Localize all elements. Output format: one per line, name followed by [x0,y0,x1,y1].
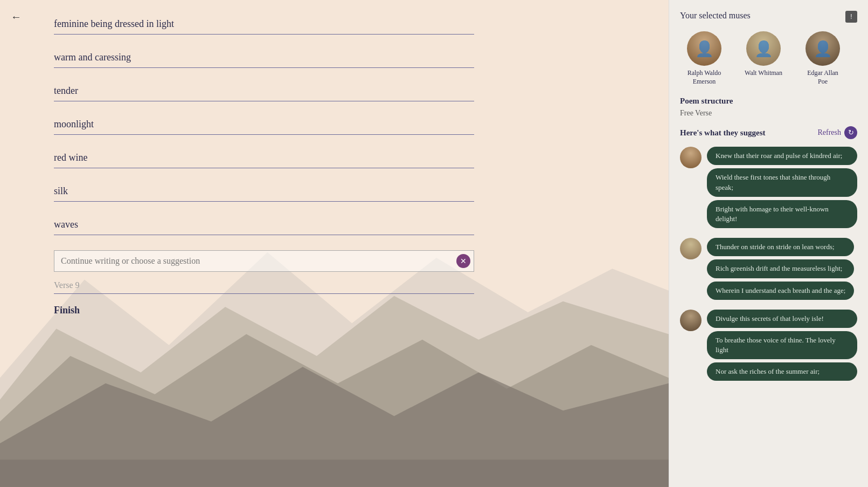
muse-whitman[interactable]: 👤 Walt Whitman [739,31,788,86]
suggestions-header: Here's what they suggest Refresh ↻ [680,126,857,139]
finish-button[interactable]: Finish [54,305,80,316]
suggestion-pill[interactable]: Thunder on stride on stride on lean word… [707,238,854,256]
new-line-input-row: ✕ [54,250,474,272]
structure-value: Free Verse [680,109,857,118]
suggestion-group-emerson: Knew that their roar and pulse of kindre… [680,147,857,228]
line-text-2: warm and caressing [54,50,474,68]
svg-rect-4 [0,459,669,487]
suggestion-lines-whitman: Thunder on stride on stride on lean word… [707,238,854,300]
muse-avatar-poe: 👤 [805,31,840,66]
new-line-input[interactable] [54,251,452,271]
muse-name-whitman: Walt Whitman [745,69,782,78]
suggestions-title: Here's what they suggest [680,128,765,138]
back-button[interactable]: ← [11,11,22,23]
suggestion-pill[interactable]: Wield these first tones that shine throu… [707,168,857,196]
structure-section: Poem structure Free Verse [680,97,857,118]
verse-line-2: warm and caressing [54,50,615,68]
verse-line-3: tender [54,83,615,101]
line-text-7: waves [54,217,474,235]
verse-line-7: waves [54,217,615,235]
refresh-button[interactable]: Refresh ↻ [817,126,857,139]
refresh-icon: ↻ [844,126,857,139]
muses-panel: Your selected muses ! 👤 Ralph WaldoEmers… [669,0,868,487]
panel-header: Your selected muses ! [680,11,857,23]
suggestion-avatar-poe [680,310,702,331]
muse-avatar-whitman: 👤 [746,31,781,66]
suggestion-lines-poe: Divulge this secrets of that lovely isle… [707,310,857,381]
structure-title: Poem structure [680,97,857,106]
suggestion-pill[interactable]: Nor ask the riches of the summer air; [707,362,857,381]
refresh-label: Refresh [817,128,841,137]
verse-line-6: silk [54,183,615,202]
verse-line-1: feminine being dressed in light [54,16,615,35]
suggestion-group-poe: Divulge this secrets of that lovely isle… [680,310,857,381]
suggestion-pill[interactable]: Rich greenish drift and the measureless … [707,259,854,278]
line-text-5: red wine [54,150,474,168]
suggestion-avatar-whitman [680,238,702,259]
suggestion-pill[interactable]: Wherein I understand each breath and the… [707,282,854,300]
suggestion-pill[interactable]: Divulge this secrets of that lovely isle… [707,310,857,328]
muses-row: 👤 Ralph WaldoEmerson 👤 Walt Whitman 👤 Ed… [680,31,857,86]
line-text-4: moonlight [54,116,474,135]
suggestion-pill[interactable]: Bright with homage to their well-known d… [707,200,857,228]
muse-emerson[interactable]: 👤 Ralph WaldoEmerson [680,31,728,86]
poem-editor: ← feminine being dressed in light warm a… [0,0,669,487]
panel-title: Your selected muses [680,11,751,20]
line-text-3: tender [54,83,474,101]
muse-name-poe: Edgar AllanPoe [807,69,838,86]
muse-poe[interactable]: 👤 Edgar AllanPoe [798,31,847,86]
suggestion-group-whitman: Thunder on stride on stride on lean word… [680,238,857,300]
suggestion-lines-emerson: Knew that their roar and pulse of kindre… [707,147,857,228]
muse-name-emerson: Ralph WaldoEmerson [688,69,721,86]
line-text-6: silk [54,183,474,202]
suggestion-avatar-emerson [680,147,702,168]
poem-lines: feminine being dressed in light warm and… [0,0,669,332]
whitman-face: 👤 [746,31,781,66]
suggestion-pill[interactable]: To breathe those voice of thine. The lov… [707,331,857,359]
info-button[interactable]: ! [845,11,857,23]
verse-label: Verse 9 [54,280,474,294]
muse-avatar-emerson: 👤 [687,31,721,66]
poe-face: 👤 [805,31,840,66]
suggestion-pill[interactable]: Knew that their roar and pulse of kindre… [707,147,857,165]
info-icon: ! [850,13,852,20]
verse-line-4: moonlight [54,116,615,135]
clear-input-button[interactable]: ✕ [456,254,470,268]
verse-line-5: red wine [54,150,615,168]
line-text-1: feminine being dressed in light [54,16,474,35]
emerson-face: 👤 [687,31,721,66]
